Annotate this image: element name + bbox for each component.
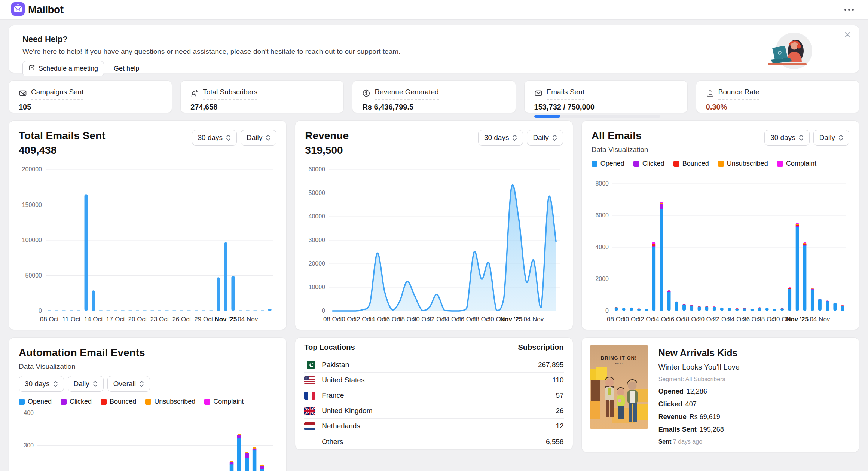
location-row-pakistan: Pakistan 267,895: [304, 357, 563, 373]
location-value: 26: [556, 407, 564, 415]
legend-item-complaint: Complaint: [777, 160, 816, 168]
help-description: We're here to help! If you have any ques…: [22, 48, 846, 56]
svg-text:40000: 40000: [309, 213, 326, 220]
location-name: Pakistan: [322, 361, 532, 369]
revenue-range-select[interactable]: 30 days: [478, 130, 523, 146]
bottom-row: Automation Email Events Data Visualizati…: [9, 337, 859, 471]
legend-swatch: [718, 161, 724, 167]
revenue-card: Revenue 319,500 30 days Daily: [295, 120, 573, 330]
location-value: 12: [556, 422, 564, 430]
all-emails-range-select[interactable]: 30 days: [764, 130, 810, 146]
all-emails-granularity-select[interactable]: Daily: [813, 130, 849, 146]
campaign-segment: Segment: All Subscribers: [658, 376, 740, 383]
close-icon[interactable]: [844, 31, 851, 39]
location-value: 267,895: [538, 361, 564, 369]
chevron-updown-icon: [552, 134, 557, 141]
total-emails-granularity-select[interactable]: Daily: [241, 130, 276, 146]
total-emails-range-select[interactable]: 30 days: [192, 130, 237, 146]
svg-text:150000: 150000: [22, 202, 42, 208]
pakistan-flag-icon: [304, 361, 315, 369]
stat-label: Revenue: [658, 413, 687, 420]
legend-label: Complaint: [786, 160, 816, 168]
legend-item-clicked: Clicked: [61, 398, 92, 406]
total-emails-title: Total Emails Sent: [19, 130, 105, 142]
revenue-granularity-select[interactable]: Daily: [527, 130, 563, 146]
legend-swatch: [145, 399, 151, 405]
more-menu-button[interactable]: [841, 6, 857, 14]
svg-text:0: 0: [605, 308, 609, 314]
location-row-france: France 57: [304, 388, 563, 403]
revenue-title: Revenue: [305, 130, 349, 142]
svg-text:04 Nov: 04 Nov: [238, 316, 258, 323]
legend-item-opened: Opened: [19, 398, 52, 406]
united-states-flag-icon: [304, 376, 315, 384]
campaign-mail-check-icon: [19, 89, 27, 99]
automation-subtitle: Data Visualization: [19, 363, 276, 371]
help-title: Need Help?: [22, 34, 846, 44]
dashboard-page: Mailbot Need Help? We're here to help! I…: [0, 0, 868, 471]
app-title: Mailbot: [28, 4, 64, 16]
svg-text:Nov '25: Nov '25: [786, 316, 809, 323]
legend-label: Unsubscribed: [727, 160, 768, 168]
granularity-select-value: Daily: [533, 134, 548, 142]
stat-card-emails-sent: Emails Sent 153,732 / 750,000: [524, 80, 688, 113]
location-row-netherlands: Netherlands 12: [304, 419, 563, 434]
range-select-value: 30 days: [198, 134, 223, 142]
emails-sent-progress: [534, 115, 660, 118]
granularity-select-value: Daily: [247, 134, 262, 142]
stat-value: Rs 6,436,799.5: [362, 103, 505, 111]
top-locations-title: Top Locations: [304, 343, 355, 352]
legend-item-bounced: Bounced: [673, 160, 709, 168]
stat-value: 0.30%: [706, 103, 849, 111]
stat-label: Campaigns Sent: [31, 88, 83, 100]
envelope-icon: [534, 89, 542, 99]
stat-value: 274,658: [190, 103, 334, 111]
svg-text:FW '25: FW '25: [615, 362, 622, 364]
svg-text:20000: 20000: [309, 260, 326, 267]
automation-granularity-select[interactable]: Daily: [68, 376, 104, 392]
emails-sent-progress-fill: [534, 115, 560, 118]
help-banner: Need Help? We're here to help! If you ha…: [9, 25, 859, 73]
stat-value: 12,286: [687, 388, 707, 395]
automation-range-select[interactable]: 30 days: [19, 376, 64, 392]
svg-text:200000: 200000: [22, 166, 42, 172]
chevron-updown-icon: [93, 380, 98, 388]
stat-card-revenue-generated: Revenue Generated Rs 6,436,799.5: [352, 80, 516, 113]
location-row-united-kingdom: United Kingdom 26: [304, 403, 563, 419]
svg-text:14 Oct: 14 Oct: [84, 316, 103, 323]
legend-swatch: [101, 399, 107, 405]
automation-title: Automation Email Events: [19, 347, 276, 359]
all-emails-chart: 0200040006000800008 Oct10 Oct12 Oct14 Oc…: [592, 180, 849, 324]
schedule-meeting-button[interactable]: Schedule a meeting: [22, 61, 104, 76]
campaign-emails-sent: Emails Sent195,268: [658, 426, 740, 434]
legend-label: Opened: [28, 398, 52, 406]
range-select-value: 30 days: [484, 134, 509, 142]
automation-scope-select[interactable]: Overall: [107, 376, 150, 392]
stat-label: Emails Sent: [547, 88, 584, 100]
stat-value: 105: [19, 103, 162, 111]
legend-swatch: [61, 399, 67, 405]
subscription-header: Subscription: [518, 343, 563, 352]
svg-text:0: 0: [39, 308, 42, 314]
legend-item-unsubscribed: Unsubscribed: [718, 160, 768, 168]
external-link-icon: [28, 64, 35, 73]
svg-text:Nov '25: Nov '25: [214, 316, 237, 323]
legend-item-unsubscribed: Unsubscribed: [145, 398, 195, 406]
legend-swatch: [777, 161, 783, 167]
campaign-sent-time: Sent 7 days ago: [658, 438, 740, 445]
location-value: 110: [552, 376, 563, 384]
svg-text:8000: 8000: [595, 180, 609, 187]
main-content: Need Help? We're here to help! If you ha…: [0, 20, 868, 471]
svg-text:08 Oct: 08 Oct: [40, 316, 59, 323]
get-help-button[interactable]: Get help: [109, 62, 144, 76]
sent-time: 7 days ago: [673, 438, 702, 445]
total-emails-chart: 05000010000015000020000008 Oct11 Oct14 O…: [19, 166, 276, 324]
svg-text:100000: 100000: [22, 237, 42, 243]
legend-swatch: [633, 161, 639, 167]
campaign-opened: Opened12,286: [658, 388, 740, 395]
svg-text:60000: 60000: [309, 166, 326, 172]
legend-label: Clicked: [642, 160, 664, 168]
legend: Opened Clicked Bounced Unsubscribed Comp…: [19, 398, 276, 406]
stat-label: Emails Sent: [658, 426, 697, 433]
legend-label: Bounced: [110, 398, 136, 406]
